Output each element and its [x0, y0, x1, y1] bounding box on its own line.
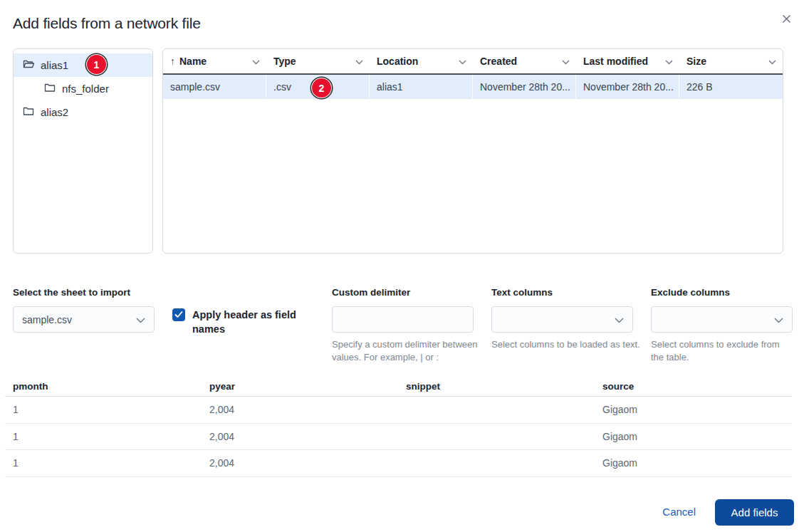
text-columns-select[interactable]	[491, 306, 633, 333]
exclude-columns-select[interactable]	[651, 306, 793, 333]
close-button[interactable]	[778, 11, 795, 28]
chevron-down-icon	[615, 314, 624, 325]
tree-item-alias1[interactable]: alias1	[14, 53, 152, 77]
preview-column-pyear: pyear	[202, 381, 398, 392]
custom-delimiter-input[interactable]	[332, 306, 474, 333]
file-created-cell: November 28th 20...	[473, 75, 576, 98]
folder-icon	[23, 106, 34, 118]
exclude-columns-helper: Select columns to exclude from the table…	[651, 338, 793, 364]
apply-header-checkbox-label: Apply header as field names	[192, 308, 315, 336]
file-name-cell: sample.csv	[163, 75, 266, 98]
tree-item-label: alias2	[41, 106, 68, 118]
sheet-select-label: Select the sheet to import	[13, 287, 130, 298]
tree-item-label: nfs_folder	[62, 83, 109, 95]
file-last-modified-cell: November 28th 20...	[576, 75, 679, 98]
preview-row: 1 2,004 Gigaom	[5, 450, 792, 477]
chevron-down-icon[interactable]	[665, 56, 673, 67]
chevron-down-icon[interactable]	[459, 56, 466, 67]
custom-delimiter-helper: Specify a custom delimiter between value…	[332, 338, 478, 364]
chevron-down-icon	[136, 314, 145, 325]
files-table: ↑ Name Type Location Created Last modifi…	[162, 48, 783, 254]
tree-item-alias2[interactable]: alias2	[14, 100, 152, 124]
files-table-header: ↑ Name Type Location Created Last modifi…	[163, 49, 783, 75]
chevron-down-icon[interactable]	[768, 56, 776, 67]
file-size-cell: 226 B	[679, 75, 783, 98]
column-header-location[interactable]: Location	[370, 56, 473, 67]
chevron-down-icon	[774, 314, 783, 325]
folder-tree-panel: alias1 nfs_folder alias2	[13, 48, 153, 254]
chevron-down-icon[interactable]	[355, 56, 363, 67]
text-columns-label: Text columns	[491, 287, 553, 298]
preview-column-pmonth: pmonth	[5, 381, 202, 392]
preview-table: pmonth pyear snippet source 1 2,004 Giga…	[5, 376, 792, 477]
column-header-name[interactable]: ↑ Name	[163, 56, 266, 67]
preview-row: 1 2,004 Gigaom	[5, 397, 792, 424]
text-columns-helper: Select columns to be loaded as text.	[491, 338, 652, 351]
sort-ascending-icon: ↑	[170, 56, 175, 67]
dialog-title: Add fields from a network file	[13, 15, 201, 32]
custom-delimiter-label: Custom delimiter	[332, 287, 410, 298]
apply-header-checkbox-group[interactable]: Apply header as field names	[172, 308, 315, 336]
close-icon	[781, 14, 792, 27]
annotation-badge-1: 1	[87, 55, 106, 74]
preview-row: 1 2,004 Gigaom	[5, 424, 792, 451]
preview-table-header: pmonth pyear snippet source	[5, 376, 792, 397]
preview-column-snippet: snippet	[398, 381, 595, 392]
preview-column-source: source	[595, 381, 791, 392]
annotation-badge-2: 2	[312, 78, 331, 98]
file-location-cell: alias1	[370, 75, 473, 98]
column-header-created[interactable]: Created	[473, 56, 576, 67]
sheet-select-value: sample.csv	[22, 314, 72, 325]
tree-item-label: alias1	[41, 59, 68, 71]
tree-item-nfs-folder[interactable]: nfs_folder	[14, 77, 152, 100]
column-header-last-modified[interactable]: Last modified	[576, 56, 679, 67]
checkbox-checked-icon[interactable]	[172, 308, 185, 321]
cancel-button[interactable]: Cancel	[662, 506, 696, 518]
chevron-down-icon[interactable]	[252, 56, 260, 67]
column-header-type[interactable]: Type	[266, 56, 370, 67]
chevron-down-icon[interactable]	[562, 56, 570, 67]
add-fields-button[interactable]: Add fields	[715, 499, 794, 526]
file-row-sample-csv[interactable]: sample.csv .csv alias1 November 28th 20.…	[163, 75, 783, 99]
column-header-size[interactable]: Size	[679, 56, 783, 67]
folder-open-icon	[23, 59, 34, 71]
add-fields-dialog: Add fields from a network file alias1 nf…	[0, 0, 799, 532]
exclude-columns-label: Exclude columns	[651, 287, 730, 298]
sheet-select[interactable]: sample.csv	[13, 306, 155, 333]
folder-icon	[44, 83, 56, 95]
